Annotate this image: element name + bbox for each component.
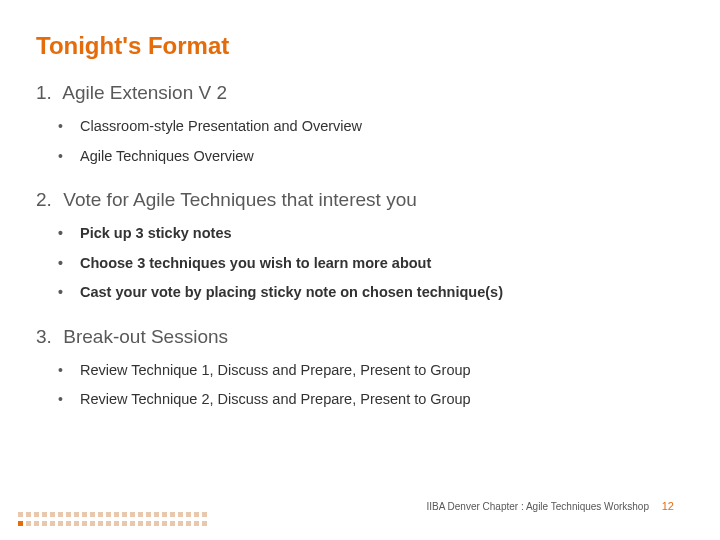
- slide-title: Tonight's Format: [36, 32, 684, 60]
- page-number: 12: [662, 500, 674, 512]
- section-2-heading: 2. Vote for Agile Techniques that intere…: [36, 189, 684, 211]
- decorative-dots: [18, 512, 210, 530]
- list-item: Cast your vote by placing sticky note on…: [36, 278, 684, 308]
- list-item: Choose 3 techniques you wish to learn mo…: [36, 249, 684, 279]
- list-item: Pick up 3 sticky notes: [36, 219, 684, 249]
- slide-footer: IIBA Denver Chapter : Agile Techniques W…: [426, 500, 674, 512]
- section-1: 1. Agile Extension V 2 Classroom-style P…: [36, 82, 684, 171]
- section-3-bullets: Review Technique 1, Discuss and Prepare,…: [36, 356, 684, 415]
- list-item: Agile Techniques Overview: [36, 142, 684, 172]
- slide: Tonight's Format 1. Agile Extension V 2 …: [0, 0, 720, 540]
- section-1-number: 1.: [36, 82, 58, 104]
- list-item: Review Technique 2, Discuss and Prepare,…: [36, 385, 684, 415]
- section-3-title: Break-out Sessions: [63, 326, 228, 347]
- section-3-heading: 3. Break-out Sessions: [36, 326, 684, 348]
- section-2-title: Vote for Agile Techniques that interest …: [63, 189, 417, 210]
- list-item: Review Technique 1, Discuss and Prepare,…: [36, 356, 684, 386]
- footer-text: IIBA Denver Chapter : Agile Techniques W…: [426, 501, 649, 512]
- section-1-heading: 1. Agile Extension V 2: [36, 82, 684, 104]
- list-item: Classroom-style Presentation and Overvie…: [36, 112, 684, 142]
- section-1-title: Agile Extension V 2: [62, 82, 227, 103]
- section-2: 2. Vote for Agile Techniques that intere…: [36, 189, 684, 308]
- section-3: 3. Break-out Sessions Review Technique 1…: [36, 326, 684, 415]
- section-2-number: 2.: [36, 189, 58, 211]
- section-3-number: 3.: [36, 326, 58, 348]
- section-2-bullets: Pick up 3 sticky notes Choose 3 techniqu…: [36, 219, 684, 308]
- section-1-bullets: Classroom-style Presentation and Overvie…: [36, 112, 684, 171]
